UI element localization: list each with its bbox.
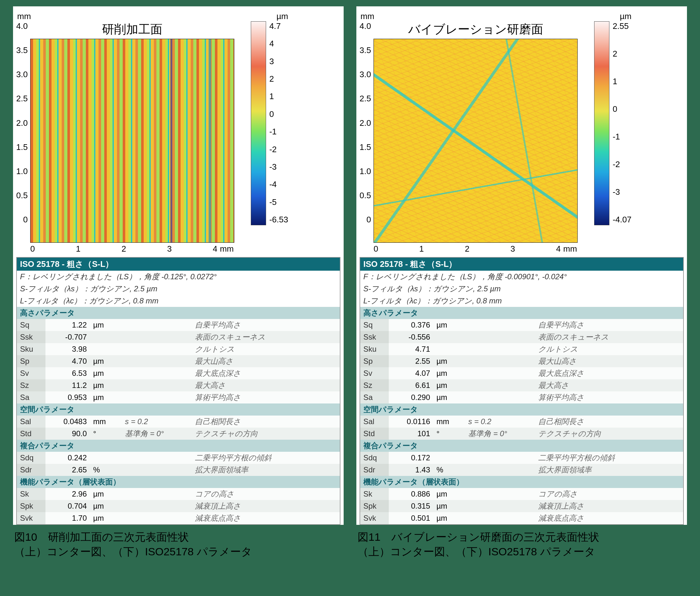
- colorbar: µm 2.55210-1-2-3-4.07: [594, 11, 631, 225]
- param-unit: µm: [90, 488, 122, 500]
- param-condition: [122, 355, 192, 367]
- param-description: 最大山高さ: [535, 355, 683, 367]
- right-panel: mm 4.03.53.02.52.01.51.00.50 バイブレーション研磨面…: [356, 6, 687, 525]
- filter-line: F：レベリングされました（LS），角度 -0.00901°, -0.024°: [360, 271, 683, 283]
- param-value: 2.65: [46, 464, 90, 476]
- contour-plot-left: mm 4.03.53.02.52.01.51.00.50 研削加工面 0 1 2…: [16, 9, 341, 257]
- param-condition: [122, 379, 192, 391]
- table-row: Sal 0.0483 mm s = 0.2 自己相関長さ: [17, 416, 340, 427]
- param-value: 0.0116: [389, 416, 433, 427]
- param-unit: µm: [90, 500, 122, 512]
- param-condition: [465, 331, 535, 343]
- param-description: 表面のスキューネス: [192, 331, 340, 343]
- param-value: 0.704: [46, 500, 90, 512]
- param-condition: [465, 464, 535, 476]
- param-symbol: Std: [17, 427, 46, 440]
- param-value: 0.242: [46, 452, 90, 464]
- param-symbol: Sdq: [17, 452, 46, 464]
- param-unit: µm: [433, 488, 465, 500]
- colorbar: µm 4.743210-1-2-3-4-5-6.53: [251, 11, 288, 225]
- table-row: Sv 4.07 µm 最大底点深さ: [360, 367, 683, 379]
- param-unit: [90, 331, 122, 343]
- filter-line: L-フィルタ（λc）：ガウシアン, 0.8 mm: [17, 295, 340, 307]
- section-header: 機能パラメータ（層状表面）: [17, 476, 340, 488]
- table-row: Sv 6.53 µm 最大底点深さ: [17, 367, 340, 379]
- param-value: 11.2: [46, 379, 90, 391]
- colorbar-ticks: 2.55210-1-2-3-4.07: [609, 21, 631, 225]
- figure-caption-left: 図10 研削加工面の三次元表面性状 （上）コンター図、（下）ISO25178 パ…: [13, 525, 344, 562]
- param-unit: µm: [433, 319, 465, 331]
- table-row: Sdq 0.172 二乗平均平方根の傾斜: [360, 452, 683, 464]
- param-unit: [433, 452, 465, 464]
- param-value: 6.61: [389, 379, 433, 391]
- param-description: 拡大界面領域率: [192, 464, 340, 476]
- param-value: -0.707: [46, 331, 90, 343]
- param-symbol: Ssk: [360, 331, 389, 343]
- iso-params-table-right: ISO 25178 - 粗さ（S-L）F：レベリングされました（LS），角度 -…: [359, 257, 684, 525]
- param-symbol: Sku: [360, 343, 389, 355]
- param-symbol: Sdq: [360, 452, 389, 464]
- param-description: 減衰底点高さ: [535, 512, 683, 524]
- table-row: Sa 0.290 µm 算術平均高さ: [360, 391, 683, 404]
- param-symbol: Sv: [360, 367, 389, 379]
- table-row: Spk 0.315 µm 減衰頂上高さ: [360, 500, 683, 512]
- param-description: 最大底点深さ: [535, 367, 683, 379]
- param-condition: [465, 500, 535, 512]
- filter-line: S-フィルタ（λs）：ガウシアン, 2.5 µm: [17, 283, 340, 295]
- table-row: Sdq 0.242 二乗平均平方根の傾斜: [17, 452, 340, 464]
- param-description: 自己相関長さ: [535, 416, 683, 427]
- param-description: クルトシス: [535, 343, 683, 355]
- contour-plot-right: mm 4.03.53.02.52.01.51.00.50 バイブレーション研磨面…: [359, 9, 684, 257]
- param-value: 4.70: [46, 355, 90, 367]
- param-value: 4.71: [389, 343, 433, 355]
- param-condition: [465, 488, 535, 500]
- param-symbol: Sal: [17, 416, 46, 427]
- filter-line: F：レベリングされました（LS），角度 -0.125°, 0.0272°: [17, 271, 340, 283]
- param-unit: [90, 343, 122, 355]
- param-description: 自己相関長さ: [192, 416, 340, 427]
- param-symbol: Sdr: [360, 464, 389, 476]
- param-description: 自乗平均高さ: [192, 319, 340, 331]
- table-row: Sq 0.376 µm 自乗平均高さ: [360, 319, 683, 331]
- param-symbol: Svk: [360, 512, 389, 524]
- y-ticks: 4.03.53.02.52.01.51.00.50: [16, 21, 30, 225]
- param-symbol: Sq: [360, 319, 389, 331]
- heatmap-image: [374, 39, 578, 243]
- section-header: 機能パラメータ（層状表面）: [360, 476, 683, 488]
- param-description: 算術平均高さ: [535, 391, 683, 404]
- param-symbol: Std: [360, 427, 389, 440]
- table-row: Sal 0.0116 mm s = 0.2 自己相関長さ: [360, 416, 683, 427]
- table-row: Sz 6.61 µm 最大高さ: [360, 379, 683, 391]
- param-value: 0.953: [46, 391, 90, 404]
- param-description: 減衰頂上高さ: [192, 500, 340, 512]
- param-description: 二乗平均平方根の傾斜: [535, 452, 683, 464]
- param-unit: [90, 452, 122, 464]
- table-row: Sdr 2.65 % 拡大界面領域率: [17, 464, 340, 476]
- y-ticks: 4.03.53.02.52.01.51.00.50: [359, 21, 374, 225]
- table-row: Ssk -0.556 表面のスキューネス: [360, 331, 683, 343]
- param-unit: µm: [90, 391, 122, 404]
- param-value: 2.96: [46, 488, 90, 500]
- param-condition: [122, 331, 192, 343]
- param-value: 2.55: [389, 355, 433, 367]
- section-header: 複合パラメータ: [360, 440, 683, 452]
- param-description: 算術平均高さ: [192, 391, 340, 404]
- param-condition: [465, 319, 535, 331]
- param-value: -0.556: [389, 331, 433, 343]
- param-symbol: Sz: [17, 379, 46, 391]
- param-condition: [465, 343, 535, 355]
- param-condition: [122, 343, 192, 355]
- section-header: 高さパラメータ: [360, 307, 683, 319]
- table-row: Sp 2.55 µm 最大山高さ: [360, 355, 683, 367]
- iso-params-table-left: ISO 25178 - 粗さ（S-L）F：レベリングされました（LS），角度 -…: [16, 257, 341, 525]
- heatmap-image: [30, 39, 234, 243]
- param-unit: mm: [90, 416, 122, 427]
- table-title: ISO 25178 - 粗さ（S-L）: [17, 257, 340, 271]
- param-unit: µm: [90, 379, 122, 391]
- param-condition: [122, 512, 192, 524]
- param-unit: µm: [433, 355, 465, 367]
- x-ticks: 0 1 2 3 4mm: [30, 243, 234, 254]
- param-value: 6.53: [46, 367, 90, 379]
- param-symbol: Sk: [360, 488, 389, 500]
- param-symbol: Sa: [17, 391, 46, 404]
